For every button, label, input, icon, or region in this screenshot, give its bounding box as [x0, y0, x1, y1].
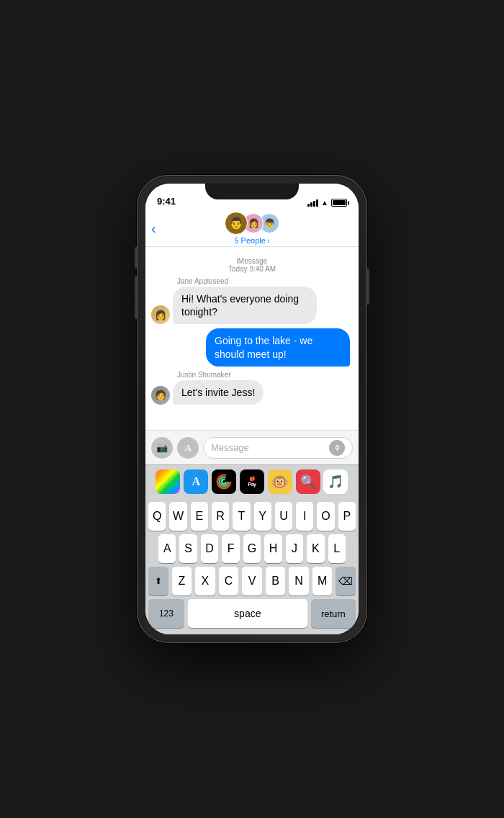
- phone-frame: 9:41 ▲ ‹: [137, 175, 367, 643]
- key-row-1: Q W E R T Y U I O P: [148, 502, 356, 531]
- shift-key[interactable]: ⬆: [148, 567, 168, 595]
- nav-bar: ‹ 👨 👩 👦 5 Peop: [145, 210, 359, 247]
- appstore-button[interactable]: A: [177, 437, 199, 459]
- key-h[interactable]: H: [264, 534, 282, 563]
- key-o[interactable]: O: [317, 502, 334, 531]
- status-icons: ▲: [307, 199, 347, 207]
- return-key[interactable]: return: [311, 599, 356, 628]
- space-key[interactable]: space: [188, 599, 307, 628]
- number-key[interactable]: 123: [148, 599, 184, 628]
- app-icon-pay[interactable]: 🍎Pay: [240, 469, 264, 494]
- timestamp-label: iMessage Today 9:40 AM: [151, 257, 353, 273]
- key-w[interactable]: W: [169, 502, 186, 531]
- key-j[interactable]: J: [286, 534, 303, 563]
- notch: [205, 184, 299, 199]
- signal-bar-2: [310, 202, 312, 207]
- avatar-primary: 👨: [225, 212, 248, 235]
- key-z[interactable]: Z: [172, 567, 192, 595]
- key-b[interactable]: B: [266, 567, 286, 595]
- message-row-1: 👩 Hi! What's everyone doing tonight?: [151, 287, 353, 324]
- key-m[interactable]: M: [312, 567, 333, 595]
- svg-point-1: [220, 477, 228, 486]
- key-t[interactable]: T: [233, 502, 250, 531]
- message-input[interactable]: Message: [211, 442, 329, 453]
- group-name: 5 People: [234, 236, 265, 245]
- key-v[interactable]: V: [242, 567, 262, 595]
- avatar-face-3: 👦: [264, 218, 275, 228]
- mic-button[interactable]: 🎙: [329, 440, 345, 456]
- message-input-wrap[interactable]: Message 🎙: [203, 437, 353, 459]
- key-l[interactable]: L: [328, 534, 346, 563]
- key-k[interactable]: K: [307, 534, 324, 563]
- app-strip: A 🍎Pay 🐵 🔍 🎵: [145, 464, 359, 498]
- signal-bar-3: [313, 201, 315, 207]
- phone-screen: 9:41 ▲ ‹: [145, 184, 359, 634]
- avatar-group[interactable]: 👨 👩 👦: [225, 212, 279, 235]
- status-time: 9:41: [157, 196, 176, 207]
- camera-button[interactable]: 📷: [151, 437, 173, 459]
- delete-key[interactable]: ⌫: [336, 567, 356, 595]
- message-row-2: Going to the lake - we should meet up!: [151, 328, 353, 366]
- key-r[interactable]: R: [212, 502, 229, 531]
- key-f[interactable]: F: [222, 534, 239, 563]
- app-icon-photos[interactable]: [156, 469, 180, 494]
- bubble-outgoing-1[interactable]: Going to the lake - we should meet up!: [206, 328, 350, 366]
- back-button[interactable]: ‹: [151, 221, 158, 235]
- svg-point-2: [222, 480, 226, 484]
- key-row-2: A S D F G H J K L: [148, 534, 356, 563]
- nav-center: 👨 👩 👦 5 People ›: [225, 212, 279, 245]
- group-chevron-icon: ›: [267, 236, 270, 245]
- key-c[interactable]: C: [219, 567, 239, 595]
- bubble-incoming-1[interactable]: Hi! What's everyone doing tonight?: [173, 287, 317, 324]
- group-label[interactable]: 5 People ›: [234, 236, 269, 245]
- sender1-name: Jane Appleseed: [177, 277, 353, 285]
- key-p[interactable]: P: [338, 502, 356, 531]
- app-icon-activity[interactable]: [212, 469, 236, 494]
- avatar-jane: 👩: [151, 305, 170, 324]
- key-n[interactable]: N: [289, 567, 309, 595]
- key-u[interactable]: U: [275, 502, 292, 531]
- key-row-4: 123 space return: [148, 599, 356, 628]
- key-q[interactable]: Q: [148, 502, 166, 531]
- battery-icon: [331, 199, 347, 207]
- messages-area: iMessage Today 9:40 AM Jane Appleseed 👩 …: [145, 247, 359, 430]
- avatar-face-1: 👨: [229, 216, 243, 230]
- app-icon-monkey[interactable]: 🐵: [268, 469, 292, 494]
- avatar-jane-face: 👩: [155, 310, 166, 320]
- app-icon-globe[interactable]: 🔍: [296, 469, 320, 494]
- key-x[interactable]: X: [195, 567, 215, 595]
- key-e[interactable]: E: [191, 502, 208, 531]
- screen-content: 9:41 ▲ ‹: [145, 184, 359, 634]
- message-row-3: 🧑 Let's invite Jess!: [151, 380, 353, 405]
- keyboard: Q W E R T Y U I O P A S D F G H: [145, 498, 359, 634]
- back-chevron-icon: ‹: [151, 221, 156, 235]
- signal-bar-1: [307, 204, 310, 207]
- wifi-icon: ▲: [321, 199, 328, 207]
- key-i[interactable]: I: [296, 502, 313, 531]
- input-bar: 📷 A Message 🎙: [145, 430, 359, 464]
- key-row-3: ⬆ Z X C V B N M ⌫: [148, 567, 356, 595]
- avatar-justin-face: 🧑: [155, 390, 166, 400]
- signal-bar-4: [316, 199, 318, 207]
- sender2-name: Justin Shumaker: [177, 371, 353, 379]
- avatar-face-2: 👩: [248, 218, 259, 228]
- key-y[interactable]: Y: [254, 502, 271, 531]
- signal-bars-icon: [307, 199, 318, 207]
- key-s[interactable]: S: [179, 534, 197, 563]
- bubble-incoming-2[interactable]: Let's invite Jess!: [173, 380, 264, 405]
- app-icon-appstore[interactable]: A: [184, 469, 208, 494]
- app-icon-music[interactable]: 🎵: [323, 469, 348, 494]
- key-a[interactable]: A: [158, 534, 176, 563]
- battery-fill: [333, 200, 346, 205]
- key-d[interactable]: D: [201, 534, 218, 563]
- avatar-justin: 🧑: [151, 386, 170, 405]
- key-g[interactable]: G: [243, 534, 261, 563]
